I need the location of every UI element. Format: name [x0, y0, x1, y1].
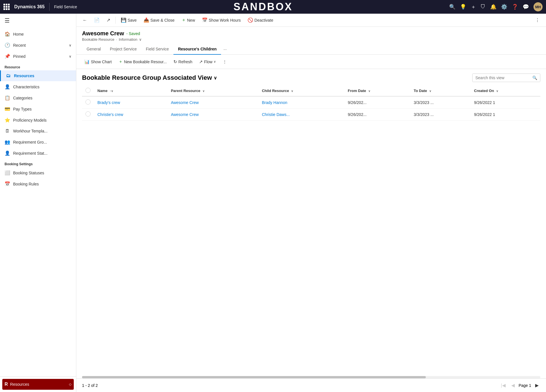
sidebar-item-req-groups[interactable]: 👥 Requirement Gro... — [0, 136, 76, 148]
flow-button[interactable]: ↗ Flow ∨ — [197, 58, 218, 66]
next-page-button[interactable]: ▶ — [533, 381, 540, 389]
row-1-child: Brady Hannon — [258, 96, 344, 109]
sidebar-item-pinned[interactable]: 📌 Pinned ∨ — [0, 51, 76, 62]
open-new-window-button[interactable]: ↗ — [104, 16, 113, 24]
row-2-child: Christie Daws... — [258, 109, 344, 121]
sidebar-bottom-resources[interactable]: R Resources ◇ — [2, 379, 74, 390]
filter-icon[interactable]: ⛉ — [480, 4, 486, 10]
sidebar-item-req-status[interactable]: 👤 Requirement Stat... — [0, 148, 76, 159]
sidebar-item-proficiency[interactable]: ⭐ Proficiency Models — [0, 115, 76, 126]
new-button[interactable]: ＋ New — [179, 15, 198, 25]
pin-icon: 📌 — [5, 54, 10, 59]
horizontal-scrollbar[interactable] — [82, 376, 540, 378]
tab-general[interactable]: General — [82, 44, 105, 55]
search-input[interactable] — [473, 74, 529, 82]
form-view-button[interactable]: 📄 — [91, 16, 103, 24]
user-avatar[interactable]: MH — [533, 2, 543, 11]
sidebar-item-booking-statuses[interactable]: ⬜ Booking Statuses — [0, 167, 76, 178]
sidebar: ☰ 🏠 Home 🕐 Recent ∨ 📌 Pinned ∨ Resource … — [0, 14, 76, 392]
show-work-hours-button[interactable]: 📅 Show Work Hours — [199, 16, 244, 24]
sidebar-item-home[interactable]: 🏠 Home — [0, 28, 76, 40]
sidebar-header: ☰ — [0, 14, 76, 27]
name-sort-icon[interactable]: ↑∨ — [110, 89, 113, 93]
sidebar-bottom: R Resources ◇ — [0, 376, 76, 392]
form-type-chevron[interactable]: ∨ — [139, 37, 142, 42]
more-commands-button[interactable]: ⋮ — [532, 16, 543, 24]
first-page-button[interactable]: |◀ — [499, 381, 507, 389]
characteristics-icon: 👤 — [5, 84, 10, 89]
lightbulb-icon[interactable]: 💡 — [460, 4, 466, 10]
show-chart-label: Show Chart — [91, 60, 112, 64]
show-chart-button[interactable]: 📊 Show Chart — [82, 58, 114, 66]
sub-toolbar: 📊 Show Chart ＋ New Bookable Resour... ↻ … — [76, 55, 546, 69]
sidebar-item-categories[interactable]: 📋 Categories — [0, 92, 76, 103]
grid-footer: 1 - 2 of 2 |◀ ◀ Page 1 ▶ — [76, 378, 546, 392]
row-2-child-link[interactable]: Christie Daws... — [262, 112, 290, 117]
sidebar-item-recent[interactable]: 🕐 Recent ∨ — [0, 40, 76, 51]
row-2-checkbox[interactable] — [85, 111, 91, 117]
flow-label: Flow — [204, 60, 212, 64]
back-button[interactable]: ← — [80, 16, 90, 24]
prev-page-button[interactable]: ◀ — [510, 381, 516, 389]
sidebar-item-resources[interactable]: 🗂 Resources — [0, 70, 76, 81]
parent-sort-icon[interactable]: ∨ — [203, 89, 205, 93]
refresh-button[interactable]: ↻ Refresh — [171, 58, 195, 66]
row-1-checkbox[interactable] — [85, 99, 91, 105]
nav-icons-group: 🔍 💡 ＋ ⛉ 🔔 ⚙️ ❓ 💬 MH — [449, 2, 543, 11]
sidebar-item-workhour[interactable]: 🗓 Workhour Templa... — [0, 126, 76, 136]
pagination: |◀ ◀ Page 1 ▶ — [499, 381, 540, 389]
tab-field-service[interactable]: Field Service — [141, 44, 173, 55]
row-2-parent-link[interactable]: Awesome Crew — [171, 112, 199, 117]
deactivate-button[interactable]: 🚫 Deactivate — [245, 16, 276, 24]
content-area: ← 📄 ↗ 💾 Save 📥 Save & Close ＋ New — [76, 14, 546, 392]
bottom-item-icon: R — [5, 382, 8, 387]
select-all-checkbox[interactable] — [85, 88, 91, 93]
hamburger-menu[interactable]: ☰ — [5, 17, 10, 24]
bell-icon[interactable]: 🔔 — [490, 4, 496, 10]
table-row: Brady's crew Awesome Crew Brady Hannon 9… — [82, 96, 540, 109]
new-bookable-resource-button[interactable]: ＋ New Bookable Resour... — [116, 58, 169, 66]
save-close-button[interactable]: 📥 Save & Close — [141, 16, 177, 24]
nav-divider — [49, 3, 50, 11]
tab-project-service[interactable]: Project Service — [105, 44, 141, 55]
col-parent-resource: Parent Resource ∨ — [167, 85, 259, 96]
feedback-icon[interactable]: 💬 — [523, 4, 529, 10]
saved-badge: - Saved — [126, 31, 140, 36]
sub-more-button[interactable]: ⋮ — [220, 58, 229, 66]
record-tabs: General Project Service Field Service Re… — [76, 44, 546, 55]
created-on-sort-icon[interactable]: ∨ — [496, 89, 498, 93]
row-2-to-date: 3/3/2023 ... — [410, 109, 471, 121]
row-1-created-on: 9/26/2022 1 — [471, 96, 540, 109]
sandbox-label: SANDBOX — [79, 1, 447, 13]
sidebar-item-characteristics-label: Characteristics — [13, 85, 40, 89]
form-icon: 📄 — [94, 17, 100, 23]
view-title-text: Bookable Resource Group Associated View — [82, 74, 212, 81]
brand-name: Dynamics 365 — [14, 4, 45, 9]
row-2-name-link[interactable]: Christie's crew — [97, 112, 123, 117]
sidebar-item-pay-types[interactable]: 💳 Pay Types — [0, 103, 76, 115]
search-submit-icon[interactable]: 🔍 — [529, 74, 540, 82]
from-date-sort-icon[interactable]: ∨ — [368, 89, 370, 93]
row-1-name: Brady's crew — [94, 96, 167, 109]
tab-more-button[interactable]: ··· — [221, 44, 229, 54]
row-2-from-date: 9/26/202... — [344, 109, 410, 121]
tab-resources-children[interactable]: Resource's Children — [173, 44, 221, 55]
booking-rules-icon: 📅 — [5, 181, 10, 187]
save-button[interactable]: 💾 Save — [118, 16, 140, 24]
child-sort-icon[interactable]: ∨ — [291, 89, 293, 93]
plus-icon[interactable]: ＋ — [471, 3, 476, 10]
sidebar-item-booking-rules[interactable]: 📅 Booking Rules — [0, 178, 76, 189]
sidebar-item-characteristics[interactable]: 👤 Characteristics — [0, 81, 76, 92]
sidebar-item-workhour-label: Workhour Templa... — [13, 129, 48, 133]
help-icon[interactable]: ❓ — [512, 4, 518, 10]
row-1-parent-link[interactable]: Awesome Crew — [171, 100, 199, 105]
refresh-icon: ↻ — [173, 59, 177, 64]
booking-section-title: Booking Settings — [0, 159, 76, 167]
settings-icon[interactable]: ⚙️ — [501, 4, 507, 10]
search-icon[interactable]: 🔍 — [449, 4, 455, 10]
view-chevron-icon[interactable]: ∨ — [214, 75, 217, 81]
row-1-name-link[interactable]: Brady's crew — [97, 100, 120, 105]
to-date-sort-icon[interactable]: ∨ — [429, 89, 431, 93]
waffle-menu[interactable] — [3, 4, 10, 10]
row-1-child-link[interactable]: Brady Hannon — [262, 100, 287, 105]
